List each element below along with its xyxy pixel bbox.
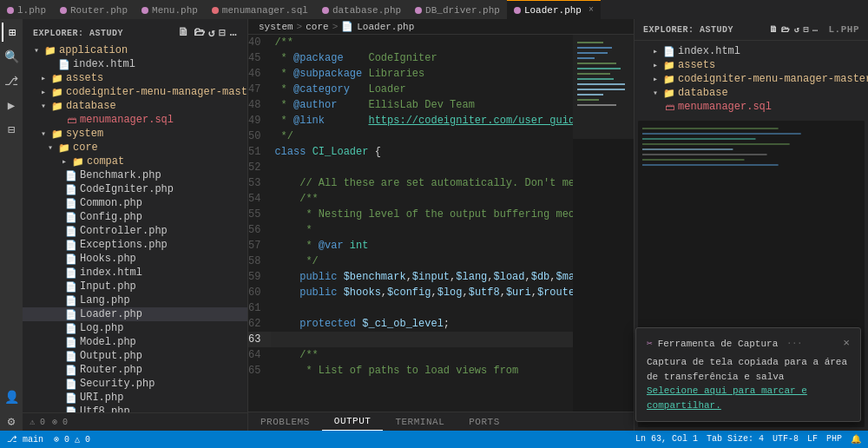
sidebar-label-system: system [66,128,103,140]
folder-icon-system: 📁 [50,128,64,140]
tab-menu[interactable]: Menu.php [135,0,205,19]
sidebar-item-database[interactable]: ▾ 📁 database [23,99,247,113]
status-language[interactable]: PHP [826,434,842,445]
toast-title: ✂ Ferramenta de Captura ··· [647,338,802,349]
collapse-icon[interactable]: ⊟ [219,26,226,40]
sidebar-item-output[interactable]: 📄 Output.php [23,349,247,363]
second-item-cimaster[interactable]: ▸ 📁 codeigniter-menu-manager-master [641,72,861,86]
sidebar-item-security[interactable]: 📄 Security.php [23,377,247,391]
activity-search-icon[interactable]: 🔍 [2,47,21,66]
activity-extensions-icon[interactable]: ⊟ [2,120,21,139]
tab-dbdriver[interactable]: DB_driver.php [408,0,507,19]
second-new-file-icon[interactable]: 🗎 [769,24,779,35]
sidebar-item-controller[interactable]: 📄 Controller.php [23,224,247,238]
new-file-icon[interactable]: 🗎 [178,26,190,40]
tab-loader[interactable]: Loader.php × [507,0,601,19]
second-item-assets[interactable]: ▸ 📁 assets [641,58,861,72]
sidebar-item-exceptions[interactable]: 📄 Exceptions.php [23,238,247,252]
panel-tab-terminal[interactable]: TERMINAL [383,413,457,431]
code-line-51: 51 class CI_Loader { [248,144,573,160]
activity-debug-icon[interactable]: ▶ [2,96,21,115]
second-new-folder-icon[interactable]: 🗁 [781,24,791,35]
sidebar-item-loader[interactable]: 📄 Loader.php [23,307,247,321]
toast-camera-icon: ✂ [647,338,653,349]
status-position[interactable]: Ln 63, Col 1 [635,434,698,445]
tab-database[interactable]: database.php [315,0,408,19]
activity-git-icon[interactable]: ⎇ [2,71,21,90]
tab-lphp[interactable]: l.php [0,0,53,19]
tab-label-lphp: l.php [17,5,46,16]
sidebar-item-input[interactable]: 📄 Input.php [23,280,247,293]
sidebar-item-indexhtml[interactable]: 📄 index.html [23,57,247,71]
sidebar-item-compat[interactable]: ▸ 📁 compat [23,155,247,168]
status-tabsize[interactable]: Tab Size: 4 [707,434,764,445]
sidebar-item-cimaster[interactable]: ▸ 📁 codeigniter-menu-manager-master [23,85,247,99]
second-item-indexhtml[interactable]: ▸ 📄 index.html [641,44,861,58]
sidebar-item-router2[interactable]: 📄 Router.php [23,363,247,377]
breadcrumb-loader: Loader.php [357,22,414,32]
panel-tab-problems[interactable]: PROBLEMS [248,413,322,431]
sidebar-header-icons: 🗎 🗁 ↺ ⊟ … [178,26,237,40]
tab-router[interactable]: Router.php [53,0,135,19]
sidebar-item-lang[interactable]: 📄 Lang.php [23,293,247,307]
breadcrumb-loader-icon: 📄 [341,21,353,32]
sidebar-item-log[interactable]: 📄 Log.php [23,321,247,335]
status-eol[interactable]: LF [807,434,818,445]
code-line-53: 53 // All these are set automatically. D… [248,175,573,191]
sidebar-item-application[interactable]: ▾ 📁 application [23,43,247,57]
panel-tab-ports[interactable]: PORTS [457,413,512,431]
sidebar-item-utf8[interactable]: 📄 Utf8.php [23,405,247,412]
code-editor[interactable]: 40 /** 45 * @package CodeIgniter 46 * @s… [248,35,573,412]
code-line-57: 57 * @var int [248,238,573,254]
second-item-database[interactable]: ▾ 📁 database [641,86,861,100]
activity-settings-icon[interactable]: ⚙ [2,412,21,431]
status-encoding[interactable]: UTF-8 [773,434,799,445]
second-lphp-label: l.php [828,24,859,35]
status-bell-icon[interactable]: 🔔 [851,434,861,445]
status-branch[interactable]: ⎇ main [7,434,43,445]
sidebar-label-security: Security.php [80,378,155,390]
minimap [573,35,634,412]
sidebar-item-system[interactable]: ▾ 📁 system [23,127,247,141]
new-folder-icon[interactable]: 🗁 [194,26,206,40]
sidebar-item-config[interactable]: 📄 Config.php [23,210,247,224]
status-errors[interactable]: ⊗ 0 △ 0 [54,434,90,445]
sidebar-item-menumanager-sql[interactable]: 🗃 menumanager.sql [23,113,247,127]
toast-link[interactable]: Selecione aqui para marcar e compartilha… [647,385,807,411]
panel-tab-output[interactable]: OUTPUT [322,412,384,431]
code-line-45: 45 * @package CodeIgniter [248,50,573,66]
sidebar-item-hooks[interactable]: 📄 Hooks.php [23,252,247,266]
svg-rect-14 [573,35,634,139]
code-line-65: 65 * List of paths to load views from [248,363,573,379]
activity-files-icon[interactable]: ⊞ [2,23,21,42]
sidebar-item-common[interactable]: 📄 Common.php [23,196,247,210]
toast-header: ✂ Ferramenta de Captura ··· × [647,337,850,350]
file-icon-output: 📄 [64,351,78,362]
sidebar-item-model[interactable]: 📄 Model.php [23,335,247,349]
sidebar-label-exceptions: Exceptions.php [80,239,168,251]
toast-dots: ··· [786,339,802,348]
sidebar-label-codeigniter: CodeIgniter.php [80,183,174,195]
toast-close-button[interactable]: × [843,337,850,350]
second-collapse-icon[interactable]: ⊟ [803,24,809,35]
more-icon[interactable]: … [230,26,237,40]
refresh-icon[interactable]: ↺ [208,26,215,40]
sidebar-item-index-core[interactable]: 📄 index.html [23,266,247,280]
second-more-icon[interactable]: … [812,24,819,35]
second-label-indexhtml: index.html [678,45,740,57]
tab-bar: l.php Router.php Menu.php menumanager.sq… [0,0,868,19]
sidebar-label-loader: Loader.php [80,308,142,320]
tab-sql[interactable]: menumanager.sql [205,0,315,19]
tab-close-loader[interactable]: × [589,5,594,15]
sidebar-item-core[interactable]: ▾ 📁 core [23,141,247,155]
sidebar-item-codeigniter[interactable]: 📄 CodeIgniter.php [23,182,247,196]
folder-icon-application: 📁 [43,45,57,56]
sidebar-label-output: Output.php [80,350,142,362]
sidebar-item-benchmark[interactable]: 📄 Benchmark.php [23,168,247,182]
second-item-menumanager[interactable]: 🗃 menumanager.sql [641,100,861,114]
activity-accounts-icon[interactable]: 👤 [2,387,21,406]
sidebar-item-assets[interactable]: ▸ 📁 assets [23,71,247,85]
file-icon-hooks: 📄 [64,254,78,265]
second-refresh-icon[interactable]: ↺ [794,24,800,35]
sidebar-item-uri[interactable]: 📄 URI.php [23,391,247,405]
